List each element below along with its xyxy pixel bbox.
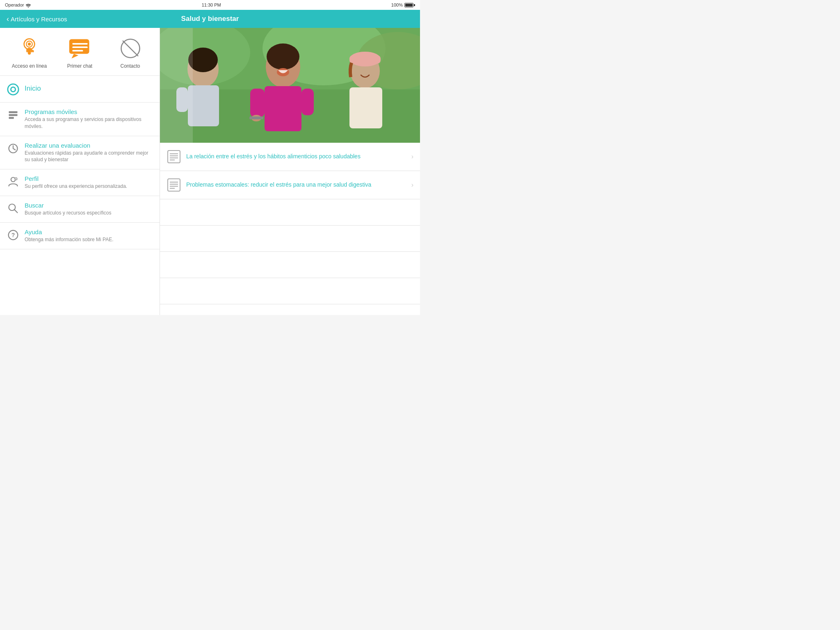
buscar-subtitle: Busque artículos y recursos específicos <box>25 210 153 217</box>
evaluacion-icon <box>7 143 20 154</box>
back-label: Artículos y Recursos <box>11 16 67 23</box>
back-button[interactable]: ‹ Artículos y Recursos <box>7 15 89 23</box>
menu-item-programas[interactable]: Programas móviles Acceda a sus programas… <box>0 103 160 136</box>
svg-point-35 <box>267 43 299 70</box>
inicio-text: Inicio <box>25 84 153 94</box>
contact-icon <box>118 36 143 61</box>
nav-title: Salud y bienestar <box>181 15 239 23</box>
svg-line-10 <box>123 41 137 56</box>
article-list: La relación entre el estrés y los hábito… <box>160 143 420 315</box>
programas-text: Programas móviles Acceda a sus programas… <box>25 108 153 130</box>
article-item-1[interactable]: La relación entre el estrés y los hábito… <box>160 143 420 171</box>
svg-rect-15 <box>9 117 14 119</box>
inicio-icon <box>7 83 20 96</box>
svg-point-0 <box>28 6 29 7</box>
svg-rect-36 <box>265 86 301 131</box>
article-icon-1 <box>167 149 181 164</box>
svg-rect-38 <box>301 89 314 115</box>
sidebar-icon-chat[interactable]: Primer chat <box>59 36 100 69</box>
buscar-icon <box>7 203 20 214</box>
inicio-title: Inicio <box>25 84 153 93</box>
menu-item-perfil[interactable]: Perfil Su perfil ofrece una experiencia … <box>0 169 160 196</box>
ayuda-title: Ayuda <box>25 228 153 235</box>
empty-row-2 <box>160 226 420 252</box>
sidebar-icon-acceso[interactable]: Acceso en línea <box>9 36 50 69</box>
svg-rect-37 <box>250 89 265 117</box>
svg-point-17 <box>11 178 16 182</box>
evaluacion-text: Realizar una evaluacion Evaluaciones ráp… <box>25 142 153 164</box>
evaluacion-subtitle: Evaluaciones rápidas para ayudarle a com… <box>25 150 153 164</box>
perfil-subtitle: Su perfil ofrece una experiencia persona… <box>25 183 153 190</box>
svg-rect-13 <box>9 111 18 113</box>
svg-rect-40 <box>249 116 263 119</box>
programas-subtitle: Acceda a sus programas y servicios para … <box>25 116 153 130</box>
menu-item-evaluacion[interactable]: Realizar una evaluacion Evaluaciones ráp… <box>0 136 160 170</box>
menu-item-ayuda[interactable]: ? Ayuda Obtenga más información sobre Mi… <box>0 223 160 249</box>
battery-icon <box>404 3 415 7</box>
perfil-text: Perfil Su perfil ofrece una experiencia … <box>25 175 153 190</box>
empty-row-3 <box>160 252 420 278</box>
svg-marker-8 <box>71 54 78 58</box>
main-layout: Acceso en línea Primer chat <box>0 28 420 315</box>
ayuda-subtitle: Obtenga más información sobre Mi PAE. <box>25 236 153 243</box>
article-chevron-2: › <box>411 181 413 189</box>
status-time: 11:30 PM <box>202 2 221 7</box>
svg-rect-52 <box>168 179 180 191</box>
back-arrow-icon: ‹ <box>7 15 9 23</box>
wifi-icon <box>25 3 31 7</box>
menu-item-buscar[interactable]: Buscar Busque artículos y recursos espec… <box>0 196 160 223</box>
status-battery: 100% <box>391 2 415 7</box>
article-title-2: Problemas estomacales: reducir el estrés… <box>186 181 403 189</box>
status-bar: Operador 11:30 PM 100% <box>0 0 420 10</box>
hero-image <box>160 28 420 143</box>
svg-rect-46 <box>160 28 193 143</box>
contacto-label: Contacto <box>120 63 140 69</box>
svg-rect-47 <box>168 151 180 163</box>
chat-icon <box>68 36 92 61</box>
svg-rect-45 <box>349 87 382 128</box>
programas-title: Programas móviles <box>25 108 153 115</box>
sidebar-menu: Inicio Programas móviles Acceda a sus pr… <box>0 76 160 249</box>
ayuda-icon: ? <box>7 229 20 241</box>
buscar-title: Buscar <box>25 202 153 209</box>
article-title-1: La relación entre el estrés y los hábito… <box>186 153 403 161</box>
acceso-label: Acceso en línea <box>12 63 47 69</box>
svg-point-3 <box>28 42 31 45</box>
empty-row-4 <box>160 278 420 304</box>
svg-rect-14 <box>9 114 18 116</box>
sidebar-icon-contacto[interactable]: Contacto <box>110 36 151 69</box>
svg-line-22 <box>14 210 18 213</box>
svg-rect-44 <box>349 55 381 64</box>
svg-point-11 <box>8 84 18 95</box>
nav-bar: ‹ Artículos y Recursos Salud y bienestar <box>0 10 420 28</box>
programas-icon <box>7 109 20 121</box>
perfil-icon <box>7 176 20 187</box>
touch-icon <box>17 36 42 61</box>
svg-point-12 <box>11 87 15 91</box>
sidebar: Acceso en línea Primer chat <box>0 28 160 315</box>
chat-label: Primer chat <box>67 63 92 69</box>
article-chevron-1: › <box>411 153 413 160</box>
buscar-text: Buscar Busque artículos y recursos espec… <box>25 202 153 217</box>
evaluacion-title: Realizar una evaluacion <box>25 142 153 149</box>
article-icon-2 <box>167 178 181 192</box>
menu-item-inicio[interactable]: Inicio <box>0 76 160 103</box>
empty-row-1 <box>160 199 420 226</box>
status-carrier: Operador <box>5 2 31 7</box>
perfil-title: Perfil <box>25 175 153 182</box>
svg-text:?: ? <box>11 232 15 238</box>
ayuda-text: Ayuda Obtenga más información sobre Mi P… <box>25 228 153 243</box>
sidebar-top-icons: Acceso en línea Primer chat <box>0 28 160 76</box>
content-area: La relación entre el estrés y los hábito… <box>160 28 420 315</box>
article-item-2[interactable]: Problemas estomacales: reducir el estrés… <box>160 171 420 199</box>
